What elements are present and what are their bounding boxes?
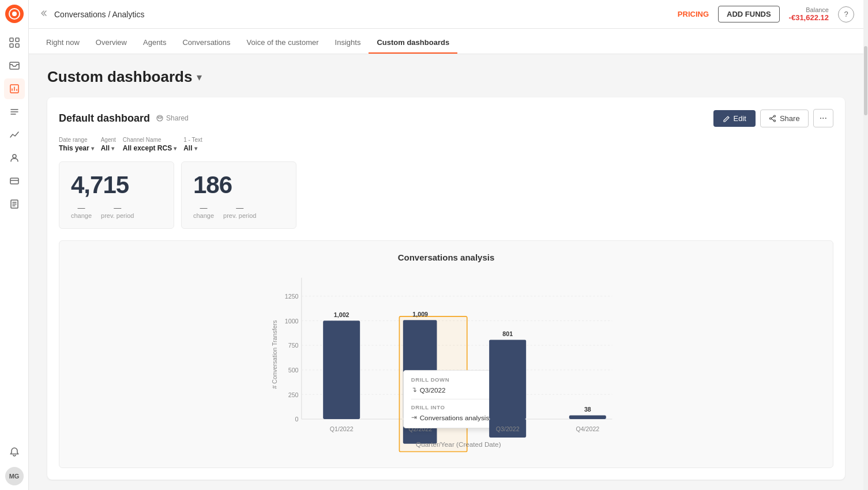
- page-title-row: Custom dashboards ▾: [47, 68, 845, 86]
- balance-block: Balance -€31,622.12: [789, 6, 829, 22]
- top-bar-actions: PRICING ADD FUNDS Balance -€31,622.12 ?: [678, 6, 854, 22]
- svg-text:1,009: 1,009: [412, 311, 428, 318]
- tab-voice-of-customer[interactable]: Voice of the customer: [239, 32, 327, 54]
- balance-label: Balance: [789, 6, 829, 13]
- bar-q1-2022[interactable]: [323, 321, 360, 419]
- filter-agent[interactable]: Agent All ▾: [101, 137, 116, 152]
- dashboard-header: Default dashboard Shared Edit: [59, 109, 833, 127]
- shared-badge: Shared: [156, 114, 189, 122]
- svg-text:1000: 1000: [285, 318, 299, 325]
- reports-icon[interactable]: [4, 78, 25, 99]
- page-title-dropdown[interactable]: ▾: [197, 71, 202, 84]
- breadcrumb-current: Analytics: [112, 10, 144, 19]
- svg-text:801: 801: [502, 330, 513, 337]
- svg-text:500: 500: [288, 367, 299, 374]
- collapse-sidebar-button[interactable]: [38, 9, 47, 20]
- more-options-button[interactable]: ···: [813, 109, 833, 127]
- svg-rect-4: [10, 44, 13, 47]
- svg-text:1,002: 1,002: [334, 311, 350, 318]
- svg-text:1250: 1250: [285, 293, 299, 300]
- shared-icon: [156, 114, 164, 122]
- metric-2-prev-label: prev. period: [223, 212, 256, 219]
- metric-1-value: 4,715: [71, 171, 162, 199]
- tab-insights[interactable]: Insights: [327, 32, 369, 54]
- svg-point-12: [773, 115, 775, 117]
- chart-area[interactable]: 0 250 500 750 1000 1250 # Conversation T…: [71, 272, 821, 456]
- breadcrumb-prefix: Conversations /: [54, 10, 112, 19]
- breadcrumb: Conversations / Analytics: [54, 10, 671, 19]
- nav-tabs: Right now Overview Agents Conversations …: [29, 29, 863, 54]
- tab-overview[interactable]: Overview: [88, 32, 135, 54]
- filter-date-range-label: Date range: [59, 137, 94, 143]
- dashboard-title: Default dashboard: [59, 112, 150, 125]
- bar-q4-2022[interactable]: [569, 416, 606, 419]
- filter-date-range-value[interactable]: This year ▾: [59, 144, 94, 152]
- tickets-icon[interactable]: [4, 171, 25, 191]
- campaigns-icon[interactable]: [4, 101, 25, 122]
- metric-card-1: 4,715 — change — prev. period: [59, 161, 174, 229]
- svg-rect-3: [16, 38, 19, 42]
- add-funds-button[interactable]: ADD FUNDS: [718, 6, 780, 22]
- grid-icon[interactable]: [4, 32, 25, 53]
- metric-1-prev: —: [101, 203, 134, 212]
- chart-title: Conversations analysis: [71, 252, 821, 262]
- metric-1-prev-label: prev. period: [101, 212, 134, 219]
- filter-channel-name[interactable]: Channel Name All except RCS ▾: [123, 137, 176, 152]
- svg-rect-6: [10, 62, 19, 69]
- metric-1-change-label: change: [71, 212, 92, 219]
- svg-text:# Conversation Transfers: # Conversation Transfers: [271, 320, 278, 389]
- svg-text:250: 250: [288, 391, 299, 398]
- filter-text-value[interactable]: All ▾: [183, 144, 202, 152]
- chart-section: Conversations analysis: [59, 240, 833, 468]
- dashboard-actions: Edit Share ···: [713, 109, 833, 127]
- metric-1-change: —: [71, 203, 92, 212]
- svg-text:Q3/2022: Q3/2022: [496, 425, 520, 432]
- share-button[interactable]: Share: [760, 110, 809, 127]
- svg-point-14: [769, 118, 771, 119]
- user-avatar[interactable]: MG: [5, 467, 24, 485]
- svg-text:Q4/2022: Q4/2022: [576, 425, 599, 432]
- inbox-icon[interactable]: [4, 55, 25, 76]
- svg-point-1: [12, 12, 17, 16]
- bar-q3-2022[interactable]: [489, 340, 526, 419]
- metric-card-2: 186 — change — prev. period: [181, 161, 296, 229]
- metric-2-prev: —: [223, 203, 256, 212]
- tab-conversations[interactable]: Conversations: [174, 32, 238, 54]
- knowledge-icon[interactable]: [4, 194, 25, 214]
- app-logo: [5, 5, 24, 23]
- metrics-row: 4,715 — change — prev. period: [59, 161, 833, 229]
- svg-rect-9: [10, 178, 18, 184]
- filter-agent-label: Agent: [101, 137, 116, 143]
- svg-text:Quarter/Year (Created Date): Quarter/Year (Created Date): [416, 440, 501, 448]
- svg-text:0: 0: [295, 416, 299, 423]
- svg-text:Q1/2022: Q1/2022: [330, 425, 354, 432]
- svg-rect-5: [16, 44, 19, 47]
- filter-channel-value[interactable]: All except RCS ▾: [123, 144, 176, 152]
- metric-2-change: —: [193, 203, 214, 212]
- notification-icon[interactable]: [4, 442, 25, 462]
- metric-2-change-label: change: [193, 212, 214, 219]
- svg-text:38: 38: [584, 406, 591, 413]
- edit-button[interactable]: Edit: [713, 110, 756, 127]
- svg-rect-2: [10, 38, 13, 42]
- balance-value: -€31,622.12: [789, 13, 829, 22]
- contacts-icon[interactable]: [4, 148, 25, 168]
- svg-point-8: [13, 154, 16, 158]
- filter-text[interactable]: 1 - Text All ▾: [183, 137, 202, 152]
- filter-text-label: 1 - Text: [183, 137, 202, 143]
- analytics-icon[interactable]: [4, 125, 25, 145]
- tab-custom-dashboards[interactable]: Custom dashboards: [369, 32, 457, 54]
- metric-2-value: 186: [193, 171, 284, 199]
- tab-agents[interactable]: Agents: [135, 32, 174, 54]
- filter-channel-label: Channel Name: [123, 137, 176, 143]
- left-sidebar: MG: [0, 0, 29, 490]
- svg-text:750: 750: [288, 342, 299, 349]
- tab-right-now[interactable]: Right now: [38, 32, 88, 54]
- filter-date-range[interactable]: Date range This year ▾: [59, 137, 94, 152]
- filters-row: Date range This year ▾ Agent All ▾ Chann…: [59, 137, 833, 152]
- svg-point-13: [773, 120, 775, 122]
- pricing-link[interactable]: PRICING: [678, 10, 709, 18]
- help-icon[interactable]: ?: [838, 6, 854, 22]
- filter-agent-value[interactable]: All ▾: [101, 144, 116, 152]
- top-bar: Conversations / Analytics PRICING ADD FU…: [29, 0, 863, 29]
